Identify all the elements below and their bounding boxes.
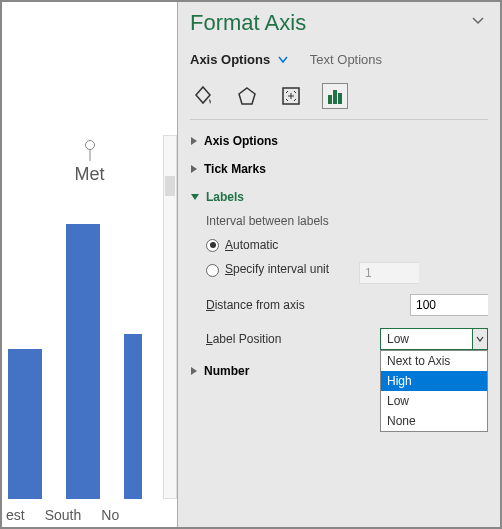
tab-axis-options[interactable]: Axis Options	[190, 52, 292, 67]
triangle-right-icon	[190, 136, 198, 146]
svg-marker-0	[239, 88, 255, 104]
label-position-dropdown[interactable]: Low Next to Axis High Low None	[380, 328, 488, 350]
format-axis-pane: Format Axis Axis Options Text Options	[178, 2, 500, 527]
axis-label: est	[6, 507, 25, 523]
axis-label: South	[45, 507, 82, 523]
pane-title: Format Axis	[190, 10, 488, 36]
radio-icon[interactable]	[206, 239, 219, 252]
chart-area[interactable]: Met est South No	[2, 2, 178, 527]
bar[interactable]	[124, 334, 142, 499]
section-axis-options[interactable]: Axis Options	[190, 134, 488, 148]
distance-from-axis-input[interactable]	[410, 294, 488, 316]
radio-icon[interactable]	[206, 264, 219, 277]
section-labels[interactable]: Labels	[190, 190, 488, 204]
scrollbar-thumb[interactable]	[165, 176, 175, 196]
option-next-to-axis[interactable]: Next to Axis	[381, 351, 487, 371]
option-high[interactable]: High	[381, 371, 487, 391]
format-icon-row	[190, 83, 488, 109]
bar[interactable]	[66, 224, 100, 499]
svg-rect-4	[338, 93, 342, 104]
tab-text-options[interactable]: Text Options	[310, 52, 382, 67]
chart-title-connector	[89, 150, 90, 161]
svg-rect-2	[328, 95, 332, 104]
axis-options-icon[interactable]	[322, 83, 348, 109]
interval-between-labels: Interval between labels	[206, 214, 488, 228]
triangle-right-icon	[190, 164, 198, 174]
radio-automatic[interactable]: Automatic	[206, 238, 488, 252]
fill-line-icon[interactable]	[190, 83, 216, 109]
chart-title[interactable]: Met	[2, 164, 177, 185]
distance-from-axis-label: Distance from axis	[206, 298, 410, 312]
pane-menu-icon[interactable]	[472, 16, 484, 26]
chart-title-handle[interactable]	[85, 140, 95, 150]
chart-bars[interactable]	[2, 189, 167, 499]
svg-rect-3	[333, 90, 337, 104]
section-tick-marks[interactable]: Tick Marks	[190, 162, 488, 176]
divider	[190, 119, 488, 120]
pane-tabs: Axis Options Text Options	[190, 52, 488, 67]
bar[interactable]	[8, 349, 42, 499]
radio-specify-interval[interactable]: Specify interval unit	[206, 262, 488, 284]
axis-label: No	[101, 507, 119, 523]
specify-interval-input[interactable]	[359, 262, 419, 284]
effects-icon[interactable]	[234, 83, 260, 109]
triangle-down-icon	[190, 193, 200, 201]
label-position-label: Label Position	[206, 332, 380, 346]
labels-body: Interval between labels Automatic Specif…	[190, 214, 488, 350]
label-position-list: Next to Axis High Low None	[380, 350, 488, 432]
option-none[interactable]: None	[381, 411, 487, 431]
axis-labels: est South No	[2, 507, 177, 523]
option-low[interactable]: Low	[381, 391, 487, 411]
scrollbar[interactable]	[163, 135, 177, 499]
triangle-right-icon	[190, 366, 198, 376]
size-properties-icon[interactable]	[278, 83, 304, 109]
chevron-down-icon	[278, 56, 288, 64]
chevron-down-icon[interactable]	[472, 328, 488, 350]
